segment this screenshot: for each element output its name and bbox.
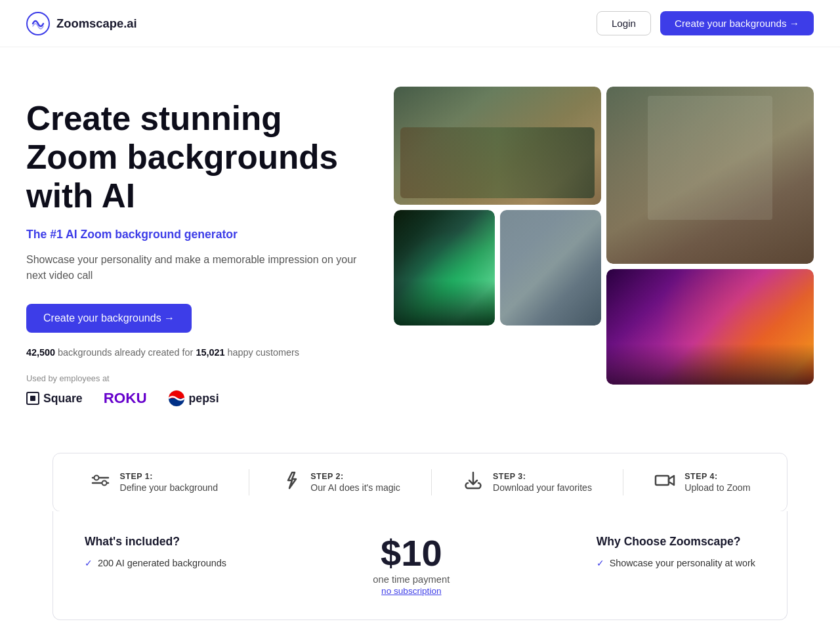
stats: 42,500 backgrounds already created for 1…	[26, 347, 368, 358]
step-divider-3	[623, 469, 623, 495]
step-1-label: STEP 1:	[120, 472, 218, 481]
navbar: Zoomscape.ai Login Create your backgroun…	[0, 0, 840, 47]
stats-count: 42,500	[26, 347, 55, 358]
hero-image-1	[606, 87, 814, 264]
steps-section: STEP 1: Define your background STEP 2: O…	[26, 453, 814, 512]
step-4-desc: Upload to Zoom	[684, 482, 750, 493]
step-2: STEP 2: Our AI does it's magic	[280, 470, 400, 495]
check-icon-1: ✓	[85, 558, 93, 568]
hero-description: Showcase your personality and make a mem…	[26, 252, 368, 285]
square-icon	[26, 392, 39, 405]
step-2-icon	[280, 470, 301, 495]
step-3-text: STEP 3: Download your favorites	[493, 472, 592, 493]
whats-included-title: What's included?	[85, 535, 226, 549]
step-1-desc: Define your background	[120, 482, 218, 493]
stats-customers-count: 15,021	[196, 347, 224, 358]
step-3-label: STEP 3:	[493, 472, 592, 481]
step-divider-2	[431, 469, 432, 495]
step-1-text: STEP 1: Define your background	[120, 472, 218, 493]
stats-customers-label: happy customers	[227, 347, 299, 358]
why-choose-col: Why Choose Zoomscape? ✓ Showcase your pe…	[597, 535, 755, 572]
step-4-text: STEP 4: Upload to Zoom	[684, 472, 750, 493]
step-2-desc: Our AI does it's magic	[310, 482, 400, 493]
step-4-label: STEP 4:	[684, 472, 750, 481]
stats-text: backgrounds already created for	[58, 347, 193, 358]
pricing-section: What's included? ✓ 200 AI generated back…	[26, 511, 814, 620]
hero-image-4	[394, 210, 495, 326]
logo[interactable]: Zoomscape.ai	[26, 12, 137, 35]
step-divider-1	[249, 469, 249, 495]
steps-card: STEP 1: Define your background STEP 2: O…	[52, 453, 788, 512]
nav-actions: Login Create your backgrounds →	[597, 11, 814, 35]
pricing-card: What's included? ✓ 200 AI generated back…	[52, 511, 788, 620]
step-2-text: STEP 2: Our AI does it's magic	[310, 472, 400, 493]
hero-image-2	[394, 87, 601, 205]
why-choose-title: Why Choose Zoomscape?	[597, 535, 755, 549]
why-feature-1: ✓ Showcase your personality at work	[597, 558, 755, 568]
svg-point-9	[102, 481, 106, 486]
step-3-desc: Download your favorites	[493, 482, 592, 493]
step-1-icon	[90, 470, 111, 495]
used-by: Used by employees at Square ROKU	[26, 373, 368, 407]
used-by-label: Used by employees at	[26, 373, 368, 383]
nav-cta-button[interactable]: Create your backgrounds →	[660, 11, 814, 35]
svg-rect-11	[656, 476, 669, 485]
hero-cta-button[interactable]: Create your backgrounds →	[26, 304, 192, 333]
step-2-label: STEP 2:	[310, 472, 400, 481]
price-amount: $10	[373, 535, 450, 572]
step-1: STEP 1: Define your background	[90, 470, 218, 495]
brand-logos: Square ROKU pepsi	[26, 390, 368, 407]
hero-left: Create stunning Zoom backgrounds with AI…	[26, 87, 368, 407]
price-description: one time payment	[373, 574, 450, 585]
logo-icon	[26, 12, 50, 35]
step-4-icon	[654, 470, 675, 495]
logo-text: Zoomscape.ai	[56, 16, 137, 31]
why-check-icon-1: ✓	[597, 558, 604, 568]
square-logo: Square	[26, 392, 83, 406]
pepsi-logo: pepsi	[168, 390, 219, 407]
step-3-icon	[463, 470, 484, 495]
pepsi-icon	[168, 390, 185, 407]
pricing-feature-1: ✓ 200 AI generated backgrounds	[85, 558, 226, 568]
hero-image-5	[500, 210, 601, 326]
roku-logo: ROKU	[104, 390, 147, 407]
hero-title: Create stunning Zoom backgrounds with AI	[26, 100, 368, 216]
price-subscription-note: no subscription	[373, 586, 450, 596]
hero-image-3	[606, 269, 814, 385]
step-3: STEP 3: Download your favorites	[463, 470, 592, 495]
hero-image-grid	[394, 87, 814, 385]
login-button[interactable]: Login	[597, 11, 651, 35]
whats-included-col: What's included? ✓ 200 AI generated back…	[85, 535, 226, 572]
step-4: STEP 4: Upload to Zoom	[654, 470, 750, 495]
hero-subtitle: The #1 AI Zoom background generator	[26, 228, 368, 242]
svg-rect-1	[30, 396, 35, 401]
svg-point-8	[94, 476, 98, 480]
pricing-center-col: $10 one time payment no subscription	[373, 535, 450, 596]
hero-section: Create stunning Zoom backgrounds with AI…	[0, 47, 840, 433]
